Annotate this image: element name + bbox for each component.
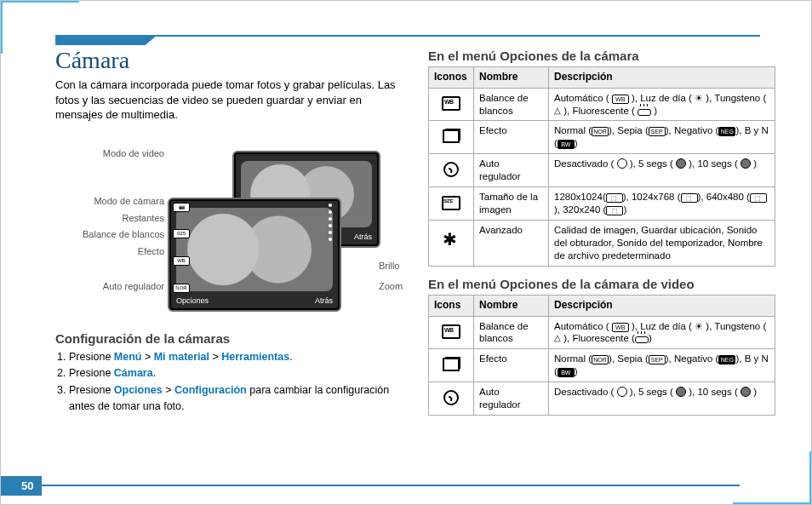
- config-steps: Presione Menú > Mi material > Herramient…: [69, 349, 403, 415]
- table2-desc-0: Automático ( WB ), Luz de día ( ), Tungs…: [549, 316, 775, 349]
- gear-icon: [444, 236, 458, 250]
- table2-h3: Descripción: [549, 295, 775, 316]
- table1-row-wb: Balance de blancos Automático ( WB ), Lu…: [429, 88, 775, 121]
- table2-row-auto: Auto regulador Desactivado ( ), 5 segs (…: [429, 382, 775, 416]
- video-options-table: Icons Nombre Descripción Balance de blan…: [428, 295, 775, 416]
- table2-desc-2: Desactivado ( ), 5 segs ( ), 10 segs ( ): [549, 382, 775, 416]
- table1-h1: Iconos: [429, 67, 474, 89]
- table1-row-efecto: Efecto Normal (NOR), Sepia (SEP), Negati…: [429, 121, 775, 154]
- table1-desc-1: Normal (NOR), Sepia (SEP), Negativo (NEG…: [549, 121, 775, 154]
- screen-atras: Atrás: [354, 232, 372, 241]
- table2-desc-1: Normal (NOR), Sepia (SEP), Negativo (NEG…: [549, 349, 775, 382]
- intro-text: Con la cámara incorporada puede tomar fo…: [55, 77, 403, 123]
- label-restantes: Restantes: [55, 213, 164, 223]
- config-step-3: Presione Opciones > Configuración para c…: [69, 382, 403, 415]
- table1-row-auto: Auto regulador Desactivado ( ), 5 segs (…: [429, 154, 775, 187]
- effect-icon: [443, 129, 460, 143]
- table1-desc-3: 1280x1024(⬚), 1024x768 (⬚), 640x480 (⬚),…: [549, 187, 775, 221]
- table2-heading: En el menú Opciones de la cámara de vide…: [428, 277, 775, 291]
- effect-icon: [443, 358, 460, 371]
- left-column: Cámara Con la cámara incorporada puede t…: [55, 42, 403, 470]
- table1-h2: Nombre: [474, 67, 549, 89]
- config-step-1: Presione Menú > Mi material > Herramient…: [69, 349, 403, 365]
- screen-atras-btn: Atrás: [315, 296, 333, 305]
- table1-desc-0: Automático ( WB ), Luz de día ( ), Tungs…: [549, 88, 775, 121]
- table1-h3: Descripción: [549, 67, 775, 89]
- page-footer: 50: [1, 475, 740, 496]
- size-icon: [442, 196, 460, 210]
- table2-h2: Nombre: [474, 295, 549, 316]
- page-title: Cámara: [55, 47, 403, 74]
- page-number: 50: [1, 476, 42, 496]
- right-column: En el menú Opciones de la cámara Iconos …: [428, 42, 775, 470]
- label-modo-camara: Modo de cámara: [55, 196, 164, 206]
- label-balance: Balance de blancos: [55, 229, 164, 239]
- wb-icon: [442, 324, 460, 339]
- label-efecto: Efecto: [55, 246, 164, 256]
- table2-row-wb: Balance de blancos Automático ( WB ), Lu…: [429, 316, 775, 349]
- table1-heading: En el menú Opciones de la cámara: [428, 49, 775, 63]
- table1-row-adv: Avanzado Calidad de imagen, Guardar ubic…: [429, 221, 775, 267]
- timer-icon: [443, 390, 459, 405]
- camera-diagram: Modo de video Modo de cámara Restantes B…: [55, 146, 403, 313]
- timer-icon: [443, 162, 459, 177]
- wb-icon: [442, 96, 460, 111]
- screen-opciones-btn: Opciones: [176, 296, 209, 305]
- camera-options-table: Iconos Nombre Descripción Balance de bla…: [428, 66, 775, 267]
- label-auto-reg: Auto regulador: [55, 281, 164, 291]
- config-heading: Configuración de la cámaras: [55, 331, 403, 346]
- camera-screen-primary: 📷 025 WB NOR Opciones Atrás: [168, 198, 341, 312]
- table2-h1: Icons: [429, 295, 474, 316]
- config-step-2: Presione Cámara.: [69, 365, 403, 382]
- label-modo-video: Modo de video: [55, 148, 164, 158]
- label-brillo: Brillo: [379, 261, 399, 271]
- table1-row-size: Tamaño de la imagen 1280x1024(⬚), 1024x7…: [429, 187, 775, 221]
- label-zoom: Zoom: [379, 281, 403, 291]
- table1-desc-2: Desactivado ( ), 5 segs ( ), 10 segs ( ): [549, 154, 775, 187]
- table2-row-efecto: Efecto Normal (NOR), Sepia (SEP), Negati…: [429, 349, 775, 382]
